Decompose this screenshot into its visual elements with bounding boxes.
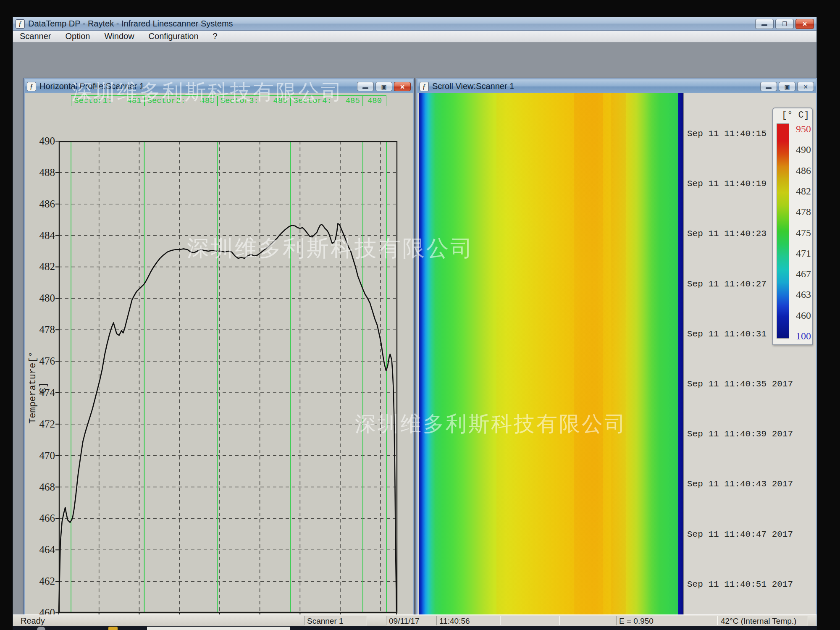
sector-value: 481 bbox=[127, 96, 141, 105]
close-icon: ✕ bbox=[803, 84, 808, 90]
profile-close-button[interactable]: ✕ bbox=[394, 82, 411, 91]
sector-label: Sector2: bbox=[147, 96, 186, 105]
legend-unit-header: [° C] bbox=[782, 110, 809, 121]
sector-label: Sector1: bbox=[74, 96, 112, 105]
restore-icon: ▣ bbox=[784, 84, 790, 90]
scroll-view-window: ƒ Scroll View:Scanner 1 ▣ ✕ Sep bbox=[416, 78, 817, 630]
legend-color-bar bbox=[777, 123, 789, 339]
legend-tick-label: 475 bbox=[791, 227, 811, 239]
sector-label: Sector4: bbox=[294, 96, 332, 105]
restore-icon: ▣ bbox=[381, 84, 386, 90]
close-button[interactable]: ✕ bbox=[795, 19, 814, 29]
scan-timestamp: Sep 11 11:40:39 2017 bbox=[687, 429, 793, 439]
monitor-bezel: ƒ DataTemp DP - Raytek - Infrared Linesc… bbox=[0, 0, 840, 630]
close-icon: ✕ bbox=[802, 21, 807, 27]
horizontal-profile-window: ƒ Horizontal Profile:Scanner 1 ▣ ✕ Secto… bbox=[24, 78, 414, 630]
profile-restore-button[interactable]: ▣ bbox=[375, 82, 392, 91]
sector-label: Sector3: bbox=[220, 96, 259, 105]
legend-tick-label: 490 bbox=[791, 144, 811, 155]
y-tick-label: 466 bbox=[25, 512, 55, 524]
thermal-cold-edge-stripe bbox=[678, 93, 683, 630]
y-tick-label: 490 bbox=[25, 135, 55, 147]
y-tick-label: 482 bbox=[25, 261, 55, 273]
sector-value: 483 bbox=[200, 96, 214, 105]
profile-minimize-button[interactable] bbox=[357, 82, 374, 91]
restore-icon: ❐ bbox=[782, 21, 788, 27]
menu-item-window[interactable]: Window bbox=[104, 32, 134, 41]
scroll-window-title: Scroll View:Scanner 1 bbox=[432, 81, 514, 91]
app-title: DataTemp DP - Raytek - Infrared Linescan… bbox=[28, 19, 233, 29]
thermal-scroll-image bbox=[419, 93, 678, 630]
y-tick-label: 474 bbox=[25, 387, 55, 399]
legend-tick-label: 478 bbox=[791, 206, 811, 218]
status-field-empty bbox=[560, 616, 616, 625]
taskbar[interactable] bbox=[13, 626, 817, 630]
profile-titlebar[interactable]: ƒ Horizontal Profile:Scanner 1 ▣ ✕ bbox=[25, 79, 413, 93]
legend-tick-label: 463 bbox=[791, 289, 811, 300]
taskbar-window-button[interactable] bbox=[147, 627, 290, 630]
y-tick-label: 484 bbox=[25, 230, 55, 242]
sector-value: 480 bbox=[368, 96, 382, 105]
folder-icon[interactable] bbox=[108, 627, 118, 630]
app-window: ƒ DataTemp DP - Raytek - Infrared Linesc… bbox=[13, 17, 817, 626]
status-field-11-40-56: 11:40:56 bbox=[436, 616, 501, 625]
sector-value: 485 bbox=[273, 96, 287, 105]
scroll-titlebar[interactable]: ƒ Scroll View:Scanner 1 ▣ ✕ bbox=[417, 79, 816, 93]
status-field-scanner-1: Scanner 1 bbox=[304, 616, 367, 625]
scan-timestamp: Sep 11 11:40:51 2017 bbox=[687, 580, 793, 589]
app-titlebar[interactable]: ƒ DataTemp DP - Raytek - Infrared Linesc… bbox=[13, 17, 816, 31]
y-tick-label: 472 bbox=[25, 418, 55, 430]
sector-readout-2: Sector2:483 bbox=[144, 95, 218, 106]
legend-tick-label: 471 bbox=[791, 248, 811, 259]
y-tick-label: 476 bbox=[25, 355, 55, 367]
menu-item-scanner[interactable]: Scanner bbox=[20, 32, 51, 41]
scroll-close-button[interactable]: ✕ bbox=[797, 82, 814, 91]
legend-tick-label: 950 bbox=[791, 123, 811, 135]
menu-item-option[interactable]: Option bbox=[66, 32, 90, 41]
menu-item-[interactable]: ? bbox=[213, 32, 218, 41]
menu-item-configuration[interactable]: Configuration bbox=[149, 32, 199, 41]
screen: ƒ DataTemp DP - Raytek - Infrared Linesc… bbox=[13, 17, 817, 630]
minimize-icon bbox=[761, 24, 767, 26]
scan-timestamp: Sep 11 11:40:35 2017 bbox=[687, 379, 793, 389]
start-orb-icon[interactable] bbox=[37, 627, 45, 630]
menubar: ScannerOptionWindowConfiguration? bbox=[13, 31, 816, 42]
legend-tick-label: 482 bbox=[791, 186, 811, 197]
legend-tick-label: 460 bbox=[791, 310, 811, 321]
minimize-icon bbox=[766, 87, 772, 89]
y-tick-label: 470 bbox=[25, 450, 55, 462]
y-tick-label: 478 bbox=[25, 324, 55, 336]
scroll-window-icon: ƒ bbox=[420, 82, 429, 91]
scroll-restore-button[interactable]: ▣ bbox=[779, 82, 795, 91]
thermal-warm-band bbox=[496, 93, 613, 630]
sector-value: 485 bbox=[346, 96, 360, 105]
restore-button[interactable]: ❐ bbox=[775, 19, 794, 29]
sector-readout-1: Sector1:481 bbox=[71, 95, 144, 106]
minimize-button[interactable] bbox=[755, 19, 774, 29]
statusbar: Ready Scanner 109/11/1711:40:56E = 0.950… bbox=[13, 614, 816, 626]
close-icon: ✕ bbox=[400, 84, 405, 90]
scroll-client-area: Sep 11 11:40:15 201Sep 11 11:40:19 201Se… bbox=[417, 93, 816, 630]
legend-tick-label: 100 bbox=[791, 331, 811, 342]
y-tick-label: 480 bbox=[25, 292, 55, 304]
profile-chart-area: Sector1:481Sector2:483Sector3:485Sector4… bbox=[25, 93, 413, 630]
scroll-minimize-button[interactable] bbox=[760, 82, 777, 91]
app-client-area: ƒ Horizontal Profile:Scanner 1 ▣ ✕ Secto… bbox=[13, 42, 816, 614]
profile-window-icon: ƒ bbox=[27, 82, 36, 91]
status-ready: Ready bbox=[21, 616, 45, 626]
scan-timestamp: Sep 11 11:40:47 2017 bbox=[687, 530, 793, 539]
profile-window-title: Horizontal Profile:Scanner 1 bbox=[39, 81, 144, 91]
y-tick-label: 464 bbox=[25, 544, 55, 556]
scan-timestamp: Sep 11 11:40:43 2017 bbox=[687, 479, 793, 489]
legend-tick-label: 486 bbox=[791, 165, 811, 176]
y-tick-label: 462 bbox=[25, 575, 55, 587]
temperature-legend: [° C] 950490486482478475471467463460100 bbox=[772, 108, 813, 345]
y-tick-label: 468 bbox=[25, 481, 55, 493]
temperature-profile-curve bbox=[59, 224, 396, 613]
minimize-icon bbox=[362, 87, 368, 89]
sector-readout-5: 480 bbox=[363, 95, 386, 106]
profile-plot bbox=[59, 141, 397, 613]
y-tick-label: 486 bbox=[25, 198, 55, 210]
status-field-42-c-internal-temp: 42°C (Internal Temp.) bbox=[718, 616, 808, 625]
app-icon: ƒ bbox=[16, 19, 25, 29]
